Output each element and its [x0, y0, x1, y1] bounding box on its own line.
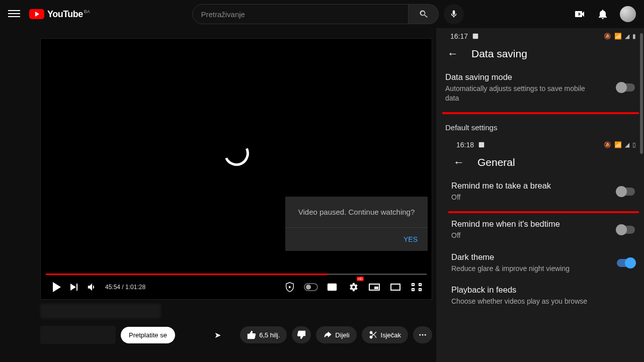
dislike-button[interactable] [292, 326, 311, 343]
status-bar: 16:18 🔕📶◢▯ [436, 137, 644, 151]
setting-dark-theme[interactable]: Dark theme Reduce glare & improve night … [436, 246, 644, 280]
gear-icon [348, 282, 359, 293]
panel-header: ← General [436, 151, 644, 175]
search-icon [419, 9, 429, 19]
search-box[interactable] [192, 4, 409, 24]
setting-subtitle: Choose whether videos play as you browse [451, 297, 592, 306]
player-controls: 45:54 / 1:01:28 HD [41, 275, 432, 299]
fullscreen-button[interactable] [408, 278, 426, 296]
voice-search-button[interactable] [444, 4, 464, 24]
autoplay-toggle[interactable] [302, 278, 320, 296]
notifications-button[interactable] [597, 8, 609, 20]
more-actions-button[interactable] [413, 326, 432, 343]
bell-icon [597, 8, 609, 20]
setting-subtitle: Reduce glare & improve night viewing [451, 264, 592, 274]
hamburger-icon[interactable] [8, 8, 20, 20]
share-button[interactable]: Dijeli [316, 326, 356, 343]
toggle-remind-break[interactable] [617, 188, 635, 196]
wifi-icon: 📶 [614, 141, 622, 148]
status-bar: 16:17 🔕📶◢▮ [436, 28, 644, 42]
channel-redacted [40, 326, 116, 344]
left-column: Video paused. Continue watching? YES 45:… [0, 28, 436, 362]
header-left: YouTube BA [8, 8, 83, 20]
status-time: 16:18 [456, 141, 474, 149]
logo-text: YouTube [47, 9, 83, 20]
video-player[interactable]: Video paused. Continue watching? YES 45:… [40, 38, 432, 300]
main: Video paused. Continue watching? YES 45:… [0, 28, 644, 362]
setting-title: Remind me to take a break [451, 181, 617, 191]
toggle-dark-theme[interactable] [617, 259, 635, 267]
play-logo-icon [29, 9, 44, 19]
avatar[interactable] [620, 6, 636, 22]
back-button[interactable]: ← [447, 47, 458, 60]
meta-row: Pretplatite se ➤ 6,5 hilj. Dijeli Isj [40, 326, 432, 344]
hd-badge: HD [357, 277, 364, 281]
loading-spinner-icon [220, 137, 252, 169]
setting-title: Data saving mode [445, 72, 617, 82]
below-player: Pretplatite se ➤ 6,5 hilj. Dijeli Isj [40, 304, 432, 344]
status-icons: 🔕📶◢▮ [604, 33, 636, 40]
premium-button[interactable] [281, 278, 299, 296]
panel-general: 16:18 🔕📶◢▯ ← General Remind me to take a… [436, 137, 644, 313]
header-center [192, 4, 464, 24]
next-icon [70, 284, 76, 291]
volume-icon [87, 282, 98, 293]
pause-yes-button[interactable]: YES [404, 235, 418, 243]
search-input[interactable] [201, 10, 400, 19]
setting-remind-bedtime[interactable]: Remind me when it's bedtime Off [436, 213, 644, 246]
miniplayer-icon [369, 284, 380, 291]
setting-data-saving-mode[interactable]: Data saving mode Automatically adjusts s… [436, 66, 644, 109]
youtube-logo[interactable]: YouTube BA [29, 9, 83, 20]
svg-rect-5 [473, 34, 478, 39]
like-button[interactable]: 6,5 hilj. [240, 326, 287, 343]
thumbs-down-icon [297, 330, 306, 339]
setting-subtitle: Off [451, 193, 592, 202]
toggle-data-saving[interactable] [617, 83, 635, 92]
panel-title: Data saving [471, 48, 527, 60]
clip-button[interactable]: Isječak [362, 326, 408, 343]
create-button[interactable] [574, 8, 586, 20]
cursor-icon: ➤ [214, 330, 221, 339]
controls-right: HD [281, 278, 426, 296]
subscribe-button[interactable]: Pretplatite se [121, 327, 175, 343]
share-icon [323, 330, 332, 339]
battery-icon: ▯ [632, 141, 636, 148]
search-button[interactable] [409, 4, 439, 24]
setting-title: Remind me when it's bedtime [451, 219, 617, 229]
back-button[interactable]: ← [453, 156, 464, 169]
subtitles-button[interactable] [323, 278, 341, 296]
shield-play-icon [284, 282, 295, 293]
header-right [574, 6, 636, 22]
svg-point-4 [425, 334, 426, 336]
setting-remind-break[interactable]: Remind me to take a break Off [436, 175, 644, 208]
pause-actions: YES [285, 227, 428, 251]
status-icons: 🔕📶◢▯ [604, 141, 636, 148]
settings-button[interactable]: HD [344, 278, 362, 296]
setting-title: Dark theme [451, 252, 617, 262]
miniplayer-button[interactable] [365, 278, 383, 296]
mic-icon [449, 10, 458, 19]
logo-region: BA [84, 9, 90, 14]
time-display: 45:54 / 1:01:28 [105, 284, 145, 291]
signal-icon: ◢ [625, 141, 629, 148]
setting-playback-feeds[interactable]: Playback in feeds Choose whether videos … [436, 279, 644, 312]
mute-icon: 🔕 [604, 141, 611, 148]
pause-dialog: Video paused. Continue watching? YES [285, 197, 428, 251]
theater-button[interactable] [386, 278, 405, 296]
next-button[interactable] [65, 278, 83, 296]
svg-rect-6 [479, 142, 485, 148]
setting-subtitle: Automatically adjusts settings to save m… [445, 84, 586, 103]
play-button[interactable] [47, 278, 65, 296]
play-icon [53, 282, 61, 292]
section-default-settings: Default settings [436, 114, 644, 135]
scissors-icon [369, 330, 378, 339]
setting-subtitle: Off [451, 231, 592, 240]
toggle-remind-bedtime[interactable] [617, 226, 635, 234]
svg-point-3 [422, 334, 424, 336]
volume-button[interactable] [83, 278, 101, 296]
status-time: 16:17 [450, 32, 468, 40]
gallery-icon [478, 141, 485, 148]
signal-icon: ◢ [625, 33, 629, 40]
wifi-icon: 📶 [614, 33, 622, 40]
mute-icon: 🔕 [604, 33, 611, 40]
